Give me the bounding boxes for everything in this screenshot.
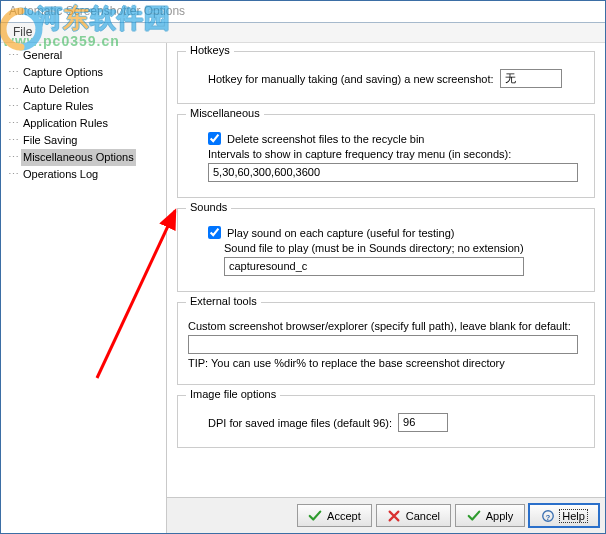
sidebar-item-operations-log[interactable]: ⋯Operations Log (7, 166, 164, 183)
group-external-tools: External tools Custom screenshot browser… (177, 302, 595, 385)
sidebar-item-file-saving[interactable]: ⋯File Saving (7, 132, 164, 149)
svg-text:?: ? (546, 512, 551, 521)
group-image-legend: Image file options (186, 388, 280, 400)
hotkey-input[interactable] (500, 69, 562, 88)
sound-file-label: Sound file to play (must be in Sounds di… (224, 242, 524, 254)
delete-recycle-checkbox[interactable] (208, 132, 221, 145)
delete-recycle-label: Delete screenshot files to the recycle b… (227, 133, 425, 145)
sidebar-item-capture-options[interactable]: ⋯Capture Options (7, 64, 164, 81)
check-icon (308, 509, 322, 523)
group-external-legend: External tools (186, 295, 261, 307)
sidebar-item-capture-rules[interactable]: ⋯Capture Rules (7, 98, 164, 115)
group-image-options: Image file options DPI for saved image f… (177, 395, 595, 448)
sidebar-nav: ⋯General ⋯Capture Options ⋯Auto Deletion… (1, 43, 167, 533)
dpi-label: DPI for saved image files (default 96): (208, 417, 392, 429)
play-sound-checkbox[interactable] (208, 226, 221, 239)
apply-button[interactable]: Apply (455, 504, 525, 527)
content-panel: Hotkeys Hotkey for manually taking (and … (167, 43, 605, 533)
cancel-button[interactable]: Cancel (376, 504, 451, 527)
sound-file-input[interactable] (224, 257, 524, 276)
play-sound-label: Play sound on each capture (useful for t… (227, 227, 454, 239)
intervals-label: Intervals to show in capture frequency t… (208, 148, 511, 160)
window-title: Automatic Screenshotter Options (1, 1, 605, 23)
help-button[interactable]: ? Help (529, 504, 599, 527)
group-sounds-legend: Sounds (186, 201, 231, 213)
group-hotkeys: Hotkeys Hotkey for manually taking (and … (177, 51, 595, 104)
external-browser-input[interactable] (188, 335, 578, 354)
menubar: File (1, 23, 605, 43)
group-hotkeys-legend: Hotkeys (186, 44, 234, 56)
sidebar-item-general[interactable]: ⋯General (7, 47, 164, 64)
cross-icon (387, 509, 401, 523)
dpi-input[interactable] (398, 413, 448, 432)
check-icon (467, 509, 481, 523)
hotkey-label: Hotkey for manually taking (and saving) … (208, 73, 494, 85)
help-icon: ? (541, 509, 555, 523)
group-miscellaneous-legend: Miscellaneous (186, 107, 264, 119)
group-miscellaneous: Miscellaneous Delete screenshot files to… (177, 114, 595, 198)
menu-file[interactable]: File (7, 23, 38, 41)
group-sounds: Sounds Play sound on each capture (usefu… (177, 208, 595, 292)
sidebar-item-auto-deletion[interactable]: ⋯Auto Deletion (7, 81, 164, 98)
accept-button[interactable]: Accept (297, 504, 372, 527)
external-browser-label: Custom screenshot browser/explorer (spec… (188, 320, 571, 332)
button-bar: Accept Cancel Apply ? Help (167, 497, 605, 533)
sidebar-item-miscellaneous-options[interactable]: ⋯Miscellaneous Options (7, 149, 164, 166)
intervals-input[interactable] (208, 163, 578, 182)
sidebar-item-application-rules[interactable]: ⋯Application Rules (7, 115, 164, 132)
external-tip: TIP: You can use %dir% to replace the ba… (188, 357, 505, 369)
